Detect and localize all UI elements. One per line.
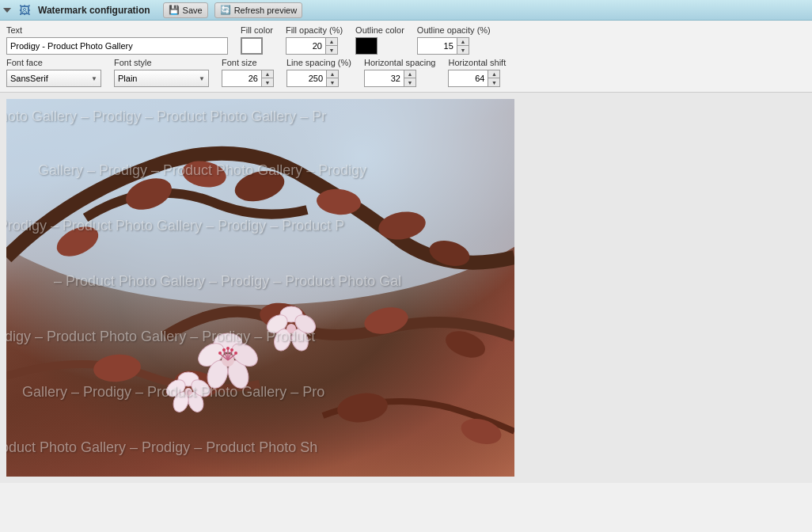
text-group: Text [6, 25, 228, 55]
line-spacing-spin-up[interactable]: ▲ [327, 70, 338, 78]
font-style-label: Font style [114, 58, 209, 67]
fill-opacity-spin-up[interactable]: ▲ [326, 38, 337, 46]
title-bar: 🖼 Watermark configuration 💾 Save 🔄 Refre… [0, 0, 812, 21]
svg-point-11 [93, 352, 142, 383]
font-face-label: Font face [6, 58, 101, 67]
outline-opacity-label: Outline opacity (%) [417, 25, 491, 35]
horizontal-spacing-spin-down[interactable]: ▼ [404, 78, 415, 86]
outline-opacity-group: Outline opacity (%) ▲ ▼ [417, 25, 491, 55]
controls-row-1: Text Fill color Fill opacity (%) ▲ ▼ Out… [6, 25, 806, 55]
collapse-icon[interactable] [3, 8, 11, 13]
svg-point-27 [222, 348, 226, 352]
horizontal-shift-spin-buttons: ▲ ▼ [488, 70, 500, 87]
svg-point-26 [230, 348, 233, 352]
font-size-input[interactable] [222, 70, 261, 87]
save-icon: 💾 [169, 5, 180, 15]
horizontal-shift-input[interactable] [448, 70, 488, 87]
horizontal-shift-label: Horizontal shift [448, 58, 506, 67]
horizontal-shift-spin-down[interactable]: ▼ [488, 78, 499, 86]
fill-opacity-label: Fill opacity (%) [286, 25, 343, 35]
line-spacing-spin-down[interactable]: ▼ [327, 78, 338, 86]
photo-svg [6, 99, 514, 477]
controls-row-2: Font face SansSerif ▼ Font style Plain ▼… [6, 58, 806, 87]
fill-color-label: Fill color [241, 25, 273, 35]
font-size-spin-up[interactable]: ▲ [262, 70, 273, 78]
fill-color-group: Fill color [241, 25, 273, 55]
text-input[interactable] [6, 37, 228, 55]
svg-point-42 [184, 388, 192, 396]
preview-container: Photo Gallery – Prodigy – Product Photo … [6, 99, 514, 477]
font-size-label: Font size [222, 58, 274, 67]
svg-point-36 [286, 324, 296, 333]
outline-color-swatch[interactable] [355, 37, 378, 55]
horizontal-spacing-group: Horizontal spacing ▲ ▼ [364, 58, 436, 87]
line-spacing-label: Line spacing (%) [286, 58, 351, 67]
fill-opacity-spin-buttons: ▲ ▼ [325, 37, 338, 55]
horizontal-spacing-input[interactable] [364, 70, 404, 87]
font-style-dropdown-arrow: ▼ [199, 75, 205, 82]
line-spacing-input[interactable] [286, 70, 326, 87]
font-face-dropdown-arrow: ▼ [91, 75, 97, 82]
svg-point-30 [226, 347, 230, 350]
fill-opacity-spinbox: ▲ ▼ [286, 37, 343, 55]
preview-area: Photo Gallery – Prodigy – Product Photo … [0, 93, 812, 483]
window-icon: 🖼 [19, 4, 30, 17]
fill-color-swatch[interactable] [241, 37, 263, 55]
controls-area: Text Fill color Fill opacity (%) ▲ ▼ Out… [0, 21, 812, 93]
outline-opacity-spin-buttons: ▲ ▼ [457, 37, 469, 55]
font-size-spinbox: ▲ ▼ [222, 70, 274, 87]
line-spacing-spin-buttons: ▲ ▼ [326, 70, 339, 87]
outline-color-group: Outline color [355, 25, 404, 55]
fill-opacity-group: Fill opacity (%) ▲ ▼ [286, 25, 343, 55]
line-spacing-group: Line spacing (%) ▲ ▼ [286, 58, 351, 87]
horizontal-spacing-spin-up[interactable]: ▲ [404, 70, 415, 78]
outline-opacity-spin-down[interactable]: ▼ [457, 46, 469, 54]
horizontal-spacing-label: Horizontal spacing [364, 58, 436, 67]
outline-color-label: Outline color [355, 25, 404, 35]
line-spacing-spinbox: ▲ ▼ [286, 70, 351, 87]
svg-point-14 [458, 415, 504, 448]
text-label: Text [6, 25, 228, 35]
save-button[interactable]: 💾 Save [163, 2, 208, 18]
window-title: Watermark configuration [38, 5, 150, 16]
fill-opacity-spin-down[interactable]: ▼ [326, 46, 337, 54]
outline-opacity-spinbox: ▲ ▼ [417, 37, 491, 55]
font-face-select[interactable]: SansSerif ▼ [6, 70, 101, 87]
font-size-group: Font size ▲ ▼ [222, 58, 274, 87]
horizontal-spacing-spin-buttons: ▲ ▼ [404, 70, 416, 87]
outline-opacity-spin-up[interactable]: ▲ [457, 38, 469, 46]
font-style-group: Font style Plain ▼ [114, 58, 209, 87]
horizontal-shift-spinbox: ▲ ▼ [448, 70, 506, 87]
font-size-spin-buttons: ▲ ▼ [261, 70, 274, 87]
refresh-icon: 🔄 [220, 5, 231, 15]
refresh-preview-button[interactable]: 🔄 Refresh preview [214, 2, 302, 18]
svg-point-13 [336, 390, 389, 426]
svg-point-29 [218, 352, 222, 355]
outline-opacity-input[interactable] [417, 37, 457, 55]
fill-opacity-input[interactable] [286, 37, 325, 55]
font-size-spin-down[interactable]: ▼ [262, 78, 273, 86]
svg-point-28 [234, 352, 237, 355]
font-style-select[interactable]: Plain ▼ [114, 70, 209, 87]
horizontal-shift-spin-up[interactable]: ▲ [488, 70, 499, 78]
font-face-group: Font face SansSerif ▼ [6, 58, 101, 87]
horizontal-spacing-spinbox: ▲ ▼ [364, 70, 436, 87]
horizontal-shift-group: Horizontal shift ▲ ▼ [448, 58, 506, 87]
